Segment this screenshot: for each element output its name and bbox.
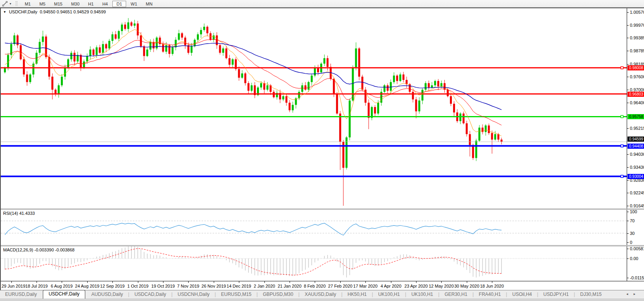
candle[interactable] [260, 83, 262, 87]
candle[interactable] [314, 68, 316, 76]
candle[interactable] [187, 45, 189, 53]
candle[interactable] [86, 56, 88, 61]
date-label[interactable]: 2 Jan 2020 [254, 284, 275, 288]
chart-tab-USDJPY-H1[interactable]: USDJPY,H1 [538, 291, 574, 299]
toolbar-grip[interactable] [16, 1, 17, 6]
date-label[interactable]: 23 Apr 2020 [404, 284, 427, 288]
candle[interactable] [200, 30, 202, 34]
candles-layer[interactable] [4, 18, 503, 206]
candle[interactable] [418, 100, 420, 111]
timeframe-button-D1[interactable]: D1 [112, 1, 126, 7]
candle[interactable] [358, 48, 360, 77]
candle[interactable] [181, 33, 183, 37]
timeframe-button-M30[interactable]: M30 [67, 1, 83, 7]
moving-average-ma-mid[interactable] [5, 39, 502, 125]
candle[interactable] [422, 90, 424, 101]
candle[interactable] [149, 42, 151, 50]
candle[interactable] [124, 24, 126, 29]
main-chart-canvas[interactable] [1, 8, 627, 209]
chart-tab-GER30-H1[interactable]: GER30,H1 [439, 291, 472, 299]
candle[interactable] [450, 96, 452, 103]
candle[interactable] [501, 140, 503, 142]
candle[interactable] [282, 96, 284, 99]
candle[interactable] [462, 114, 464, 124]
date-label[interactable]: 26 Nov 2019 [202, 284, 226, 288]
chart-tab-USDCNH-Daily[interactable]: USDCNH,Daily [172, 291, 215, 299]
candle[interactable] [95, 47, 97, 55]
line-handle[interactable] [621, 115, 623, 118]
candle[interactable] [263, 83, 265, 90]
drawing-tool-dropdown-icon[interactable]: ▼ [9, 2, 12, 5]
timeframe-button-M15[interactable]: M15 [50, 1, 66, 7]
candle[interactable] [323, 58, 325, 64]
candle[interactable] [165, 45, 167, 52]
candle[interactable] [172, 47, 174, 54]
candle[interactable] [134, 24, 136, 26]
chart-tab-EURUSD-Daily[interactable]: EURUSD,Daily [0, 291, 42, 299]
date-label[interactable]: 8 Feb 2020 [304, 284, 326, 288]
candle[interactable] [399, 74, 401, 81]
candle[interactable] [229, 58, 231, 65]
moving-average-ma-slow[interactable] [5, 43, 502, 110]
chart-tab-AUDUSD-Daily[interactable]: AUDUSD,Daily [86, 291, 128, 299]
candle[interactable] [393, 76, 395, 82]
chart-tab-XAUUSD-Daily[interactable]: XAUUSD,Daily [299, 291, 341, 299]
candle[interactable] [431, 85, 433, 88]
candle[interactable] [219, 45, 221, 53]
candle[interactable] [415, 100, 417, 111]
candle[interactable] [48, 57, 50, 77]
candle[interactable] [266, 85, 268, 90]
chart-tab-USDCAD-Daily[interactable]: USDCAD,Daily [129, 291, 171, 299]
candle[interactable] [143, 46, 145, 56]
candle[interactable] [118, 31, 120, 39]
candle[interactable] [194, 40, 196, 46]
date-label[interactable]: 4 Apr 2020 [380, 284, 401, 288]
date-label[interactable]: 18 Jun 2020 [480, 284, 504, 288]
candle[interactable] [444, 83, 446, 90]
candle[interactable] [23, 59, 25, 75]
chart-tab-FRA40-H1[interactable]: FRA40,H1 [474, 291, 506, 299]
drawing-tool-icon[interactable] [2, 1, 9, 7]
candle[interactable] [61, 77, 63, 85]
rsi-indicator-pane[interactable]: RSI(14) 41.4333 10070300 [1, 210, 644, 245]
timeframe-button-M1[interactable]: M1 [21, 1, 35, 7]
chart-tab-USDCHF-Daily[interactable]: USDCHF,Daily [43, 290, 86, 299]
candle[interactable] [466, 123, 468, 134]
chart-tab-HK50-H1[interactable]: HK50,H1 [343, 291, 372, 299]
chart-tab-UK100-H1[interactable]: UK100,H1 [406, 291, 438, 299]
candle[interactable] [491, 133, 493, 140]
candle[interactable] [485, 126, 487, 132]
candle[interactable] [488, 126, 490, 133]
candle[interactable] [58, 85, 60, 94]
line-handle[interactable] [621, 145, 623, 147]
candle[interactable] [175, 40, 177, 47]
macd-histogram[interactable] [5, 246, 502, 277]
candle[interactable] [127, 22, 129, 29]
candle[interactable] [13, 35, 15, 44]
timeframe-button-M5[interactable]: M5 [35, 1, 49, 7]
line-handle[interactable] [621, 175, 623, 177]
candle[interactable] [368, 103, 370, 118]
candle[interactable] [197, 34, 199, 40]
candle[interactable] [428, 83, 430, 87]
candle[interactable] [425, 83, 427, 90]
candle[interactable] [383, 85, 385, 92]
chart-tab-DJ30-M15[interactable]: DJ30,M15 [575, 291, 607, 299]
candle[interactable] [333, 79, 335, 94]
candle[interactable] [206, 27, 208, 33]
date-label[interactable]: 21 Jan 2020 [278, 284, 302, 288]
candle[interactable] [70, 53, 72, 59]
candle[interactable] [479, 127, 481, 140]
candle[interactable] [317, 68, 319, 72]
candle[interactable] [374, 107, 376, 114]
candle[interactable] [453, 104, 455, 113]
chart-tab-EURUSD-M15[interactable]: EURUSD,M15 [216, 291, 256, 299]
candle[interactable] [80, 55, 82, 68]
tab-scroll-left-icon[interactable]: ◂ [626, 292, 634, 296]
candle[interactable] [213, 35, 215, 40]
candle[interactable] [137, 24, 139, 35]
date-label[interactable]: 27 Feb 2020 [328, 284, 352, 288]
candle[interactable] [475, 140, 477, 158]
chart-expand-icon[interactable]: ▼ [3, 10, 6, 14]
candle[interactable] [226, 48, 228, 58]
